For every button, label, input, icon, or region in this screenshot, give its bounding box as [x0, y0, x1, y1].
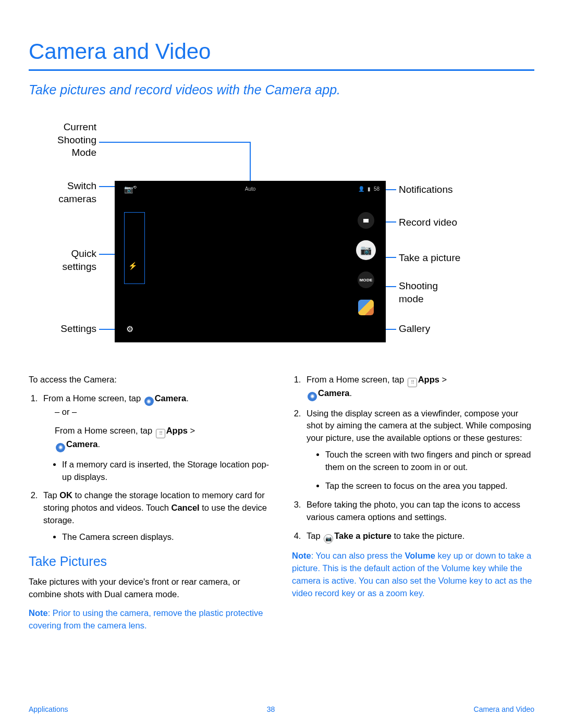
- label-switch-cameras: Switch cameras: [29, 180, 96, 205]
- or-text: – or –: [55, 406, 271, 418]
- take-pictures-heading: Take Pictures: [29, 552, 271, 571]
- camera-icon: ◉: [144, 397, 154, 406]
- page-title: Camera and Video: [29, 39, 534, 64]
- footer-left: Applications: [29, 705, 68, 713]
- switch-camera-icon: 📷⟲: [124, 185, 137, 193]
- notification-count: 58: [374, 186, 380, 192]
- access-intro: To access the Camera:: [29, 374, 271, 386]
- note-lens-cover: Note: Prior to using the camera, remove …: [29, 607, 271, 632]
- shutter-button: 📷: [356, 240, 376, 260]
- mode-indicator: Auto: [245, 186, 256, 192]
- footer-right: Camera and Video: [474, 705, 534, 713]
- r-step-3: Before taking the photo, you can tap the…: [303, 499, 534, 524]
- column-right: From a Home screen, tap ⠿Apps > ◉Camera.…: [292, 374, 534, 638]
- column-left: To access the Camera: From a Home screen…: [29, 374, 271, 638]
- status-bar: 👤 ▮ 58: [358, 186, 380, 192]
- camera-diagram: Current Shooting Mode Switch cameras Qui…: [29, 118, 534, 358]
- label-settings: Settings: [29, 323, 96, 336]
- page-footer: Applications 38 Camera and Video: [29, 705, 534, 713]
- footer-page-number: 38: [267, 705, 275, 713]
- note-volume-key: Note: You can also press the Volume key …: [292, 550, 534, 600]
- step-1: From a Home screen, tap ◉Camera. – or – …: [40, 392, 271, 484]
- camera-icon: ◉: [308, 392, 317, 401]
- quick-settings-box: [124, 212, 145, 284]
- body-columns: To access the Camera: From a Home screen…: [29, 374, 534, 638]
- label-record-video: Record video: [399, 216, 457, 229]
- label-take-picture: Take a picture: [399, 252, 460, 265]
- notification-icon: 👤: [358, 186, 364, 192]
- r-step-1: From a Home screen, tap ⠿Apps > ◉Camera.: [303, 374, 534, 401]
- label-shooting-mode: Shooting mode: [399, 280, 438, 305]
- label-gallery: Gallery: [399, 323, 430, 336]
- title-rule: [29, 69, 534, 71]
- bullet-camera-displays: The Camera screen displays.: [62, 531, 271, 544]
- label-current-mode: Current Shooting Mode: [29, 121, 96, 159]
- record-video-button: [358, 212, 374, 229]
- page-subtitle: Take pictures and record videos with the…: [29, 82, 534, 97]
- shutter-icon: 📷: [324, 534, 333, 544]
- step-1-alt: From a Home screen, tap ⠿Apps > ◉Camera.: [55, 425, 271, 452]
- r-step-4: Tap 📷Take a picture to take the picture.: [303, 530, 534, 544]
- apps-icon: ⠿: [156, 429, 165, 438]
- r-step-2: Using the display screen as a viewfinder…: [303, 408, 534, 493]
- step-2: Tap OK to change the storage location to…: [40, 489, 271, 544]
- apps-icon: ⠿: [408, 378, 417, 387]
- label-quick-settings: Quick settings: [29, 248, 96, 273]
- bullet-storage: If a memory card is inserted, the Storag…: [62, 459, 271, 484]
- label-notifications: Notifications: [399, 183, 453, 196]
- bullet-tap-focus: Tap the screen to focus on the area you …: [325, 480, 534, 492]
- mode-button: MODE: [358, 272, 374, 288]
- camera-icon: ◉: [56, 443, 65, 452]
- camera-screenshot: 📷⟲ Auto 👤 ▮ 58 ⚡ ⚙ 📷 MODE: [115, 181, 386, 342]
- take-pictures-paragraph: Take pictures with your device's front o…: [29, 576, 271, 601]
- battery-icon: ▮: [368, 186, 371, 192]
- flash-icon: ⚡: [128, 262, 137, 270]
- bullet-pinch-zoom: Touch the screen with two fingers and pi…: [325, 449, 534, 474]
- settings-gear-icon: ⚙: [126, 324, 133, 334]
- gallery-thumbnail: [358, 300, 374, 315]
